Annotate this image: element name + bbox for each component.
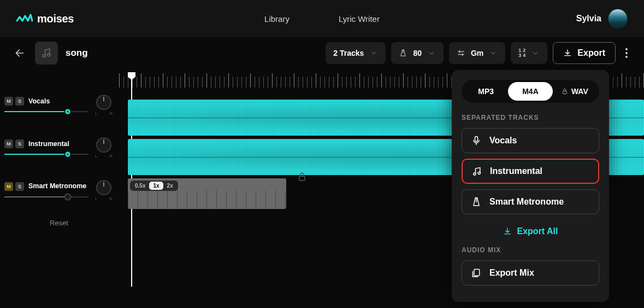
export-all-button[interactable]: Export All	[462, 220, 599, 246]
metronome-icon	[399, 49, 407, 57]
export-instrumental-label: Instrumental	[490, 166, 542, 176]
tempo-dropdown[interactable]: 80	[391, 42, 444, 64]
pan-knob[interactable]: LR	[94, 95, 114, 114]
export-vocals-label: Vocals	[489, 136, 517, 146]
user-area: Sylvia	[576, 9, 628, 28]
mute-button[interactable]: M	[4, 97, 13, 106]
svg-point-3	[625, 52, 628, 54]
export-metronome-label: Smart Metronome	[489, 197, 564, 207]
audio-mix-heading: AUDIO MIX	[462, 246, 599, 254]
timesig-dropdown[interactable]: 12 34	[511, 42, 547, 64]
svg-rect-7	[475, 137, 478, 142]
track-label: Instrumental	[28, 140, 69, 148]
track-row-vocals: M S Vocals LR	[4, 91, 114, 118]
waveform-metronome[interactable]: 0.5x 1x 2x	[128, 178, 286, 209]
format-mp3[interactable]: MP3	[464, 82, 508, 101]
key-value: Gm	[471, 49, 483, 57]
svg-rect-5	[299, 176, 305, 181]
separated-heading: SEPARATED TRACKS	[462, 114, 599, 121]
more-menu-icon[interactable]	[621, 44, 632, 62]
pan-knob[interactable]: LR	[94, 137, 114, 157]
export-metronome-button[interactable]: Smart Metronome	[462, 189, 599, 214]
download-icon	[503, 227, 512, 236]
timesig-value: 12 34	[518, 48, 525, 58]
lock-icon	[562, 88, 568, 95]
user-name: Sylvia	[576, 14, 601, 24]
track-label: Smart Metronome	[28, 183, 86, 190]
song-toolbar: song 2 Tracks 80 Gm 12 34	[0, 37, 644, 69]
tracks-dropdown-label: 2 Tracks	[333, 49, 364, 57]
svg-point-9	[478, 172, 480, 174]
mixer-panel: M S Vocals LR M	[0, 69, 119, 308]
reset-button[interactable]: Reset	[4, 219, 114, 227]
logo-icon	[16, 13, 33, 25]
svg-point-8	[474, 173, 476, 175]
chevron-down-icon	[427, 49, 436, 57]
svg-point-0	[43, 55, 45, 57]
layers-icon	[471, 268, 482, 278]
metronome-icon	[471, 196, 482, 207]
back-arrow-icon[interactable]	[12, 45, 27, 61]
svg-rect-6	[563, 91, 566, 94]
svg-point-1	[48, 54, 50, 56]
format-wav[interactable]: WAV	[553, 82, 597, 101]
track-row-metronome: M S Smart Metronome LR	[4, 176, 114, 204]
mute-button[interactable]: M	[4, 182, 13, 191]
export-mix-label: Export Mix	[489, 268, 534, 278]
speed-half[interactable]: 0.5x	[131, 182, 149, 190]
tuning-icon	[457, 49, 465, 57]
chevron-down-icon	[531, 49, 540, 57]
lock-icon	[297, 172, 307, 182]
solo-button[interactable]: S	[15, 140, 24, 148]
volume-slider[interactable]	[4, 196, 88, 197]
svg-point-4	[625, 56, 628, 58]
volume-slider[interactable]	[4, 111, 88, 112]
mute-button[interactable]: M	[4, 140, 13, 148]
avatar[interactable]	[608, 9, 628, 28]
song-title: song	[66, 48, 88, 59]
song-thumbnail	[35, 42, 58, 65]
nav-lyric-writer[interactable]: Lyric Writer	[339, 14, 380, 24]
tracks-dropdown[interactable]: 2 Tracks	[326, 42, 386, 64]
track-row-instrumental: M S Instrumental LR	[4, 133, 114, 161]
download-icon	[563, 49, 572, 57]
export-all-label: Export All	[517, 226, 558, 236]
chevron-down-icon	[489, 49, 498, 57]
microphone-icon	[471, 135, 482, 146]
export-mix-button[interactable]: Export Mix	[462, 260, 599, 286]
nav-center: Library Lyric Writer	[264, 14, 380, 24]
tempo-value: 80	[413, 49, 422, 57]
key-dropdown[interactable]: Gm	[449, 42, 505, 64]
speed-one[interactable]: 1x	[149, 182, 163, 190]
export-popover: MP3 M4A WAV SEPARATED TRACKS Vocals Inst…	[452, 70, 609, 302]
svg-rect-10	[474, 269, 480, 276]
logo[interactable]: moises	[16, 13, 74, 25]
nav-library[interactable]: Library	[264, 14, 289, 24]
music-note-icon	[471, 166, 482, 177]
pan-knob[interactable]: LR	[94, 180, 114, 200]
export-instrumental-button[interactable]: Instrumental	[462, 159, 599, 184]
speed-two[interactable]: 2x	[163, 182, 177, 190]
format-selector: MP3 M4A WAV	[462, 80, 599, 103]
volume-slider[interactable]	[4, 154, 88, 155]
export-button-label: Export	[577, 48, 605, 58]
logo-text: moises	[37, 13, 74, 25]
track-label: Vocals	[28, 97, 50, 105]
solo-button[interactable]: S	[15, 182, 24, 191]
svg-point-2	[625, 48, 628, 50]
export-button[interactable]: Export	[553, 42, 616, 64]
format-m4a[interactable]: M4A	[508, 82, 552, 101]
export-vocals-button[interactable]: Vocals	[462, 128, 599, 153]
chevron-down-icon	[369, 49, 378, 57]
speed-selector: 0.5x 1x 2x	[130, 181, 178, 191]
top-bar: moises Library Lyric Writer Sylvia	[0, 0, 644, 37]
solo-button[interactable]: S	[15, 97, 24, 106]
